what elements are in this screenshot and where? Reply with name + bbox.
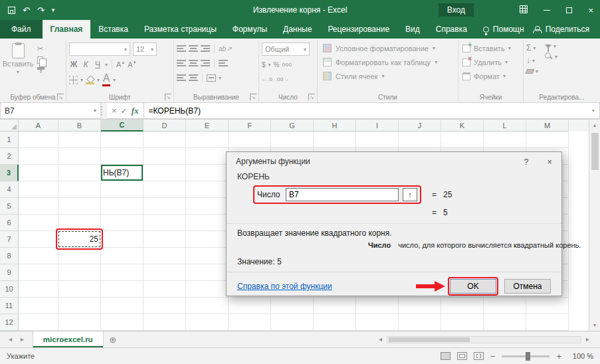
- cut-icon[interactable]: ✂: [37, 45, 45, 53]
- cell-B2[interactable]: [58, 148, 101, 165]
- cell-B11[interactable]: [58, 298, 101, 314]
- cell-B9[interactable]: [58, 264, 101, 281]
- tell-me-assistant[interactable]: Помощн: [475, 20, 532, 39]
- minimize-icon[interactable]: [544, 10, 550, 11]
- cell-C11[interactable]: [101, 298, 144, 314]
- cell-E8[interactable]: [186, 248, 229, 264]
- delete-cells-button[interactable]: Удалить ▾: [461, 55, 520, 69]
- formula-bar-splitter[interactable]: [101, 106, 107, 116]
- cell-B12[interactable]: [58, 314, 101, 331]
- cell-A9[interactable]: [19, 264, 58, 281]
- ok-button[interactable]: OK: [450, 279, 496, 294]
- add-sheet-icon[interactable]: ⊕: [104, 331, 122, 347]
- row-header-7[interactable]: 7: [0, 231, 19, 248]
- column-header-I[interactable]: I: [356, 120, 399, 132]
- enter-entry-icon[interactable]: ✓: [121, 106, 128, 116]
- cell-A1[interactable]: [19, 132, 58, 148]
- row-header-8[interactable]: 8: [0, 248, 19, 264]
- cell-B4[interactable]: [58, 181, 101, 198]
- qat-customize-icon[interactable]: ▾: [52, 7, 55, 13]
- collapse-dialog-button[interactable]: ↑: [403, 188, 417, 201]
- align-top-icon[interactable]: [177, 45, 186, 52]
- column-header-H[interactable]: H: [314, 120, 356, 132]
- merge-center-icon[interactable]: [207, 74, 216, 82]
- column-header-G[interactable]: G: [271, 120, 314, 132]
- align-center-icon[interactable]: [189, 60, 198, 67]
- tab-data[interactable]: Данные: [275, 20, 320, 39]
- align-left-icon[interactable]: [177, 60, 186, 67]
- clipboard-dialog-launcher-icon[interactable]: ↘: [57, 94, 64, 100]
- cell-C4[interactable]: [101, 181, 144, 198]
- scroll-down-icon[interactable]: ▼: [593, 319, 597, 331]
- hscroll-track[interactable]: [387, 336, 581, 343]
- cell-C9[interactable]: [101, 264, 144, 281]
- dialog-close-icon[interactable]: ×: [547, 157, 552, 167]
- borders-dropdown-icon[interactable]: ▾: [80, 77, 83, 83]
- clear-button[interactable]: ▾: [526, 68, 538, 74]
- cell-G11[interactable]: [271, 298, 314, 314]
- font-name-select[interactable]: ▾: [69, 43, 130, 56]
- column-header-A[interactable]: A: [19, 120, 58, 132]
- cell-L12[interactable]: [484, 314, 526, 331]
- cell-K11[interactable]: [441, 298, 484, 314]
- cell-E11[interactable]: [186, 298, 229, 314]
- vertical-scrollbar[interactable]: ▲ ▼: [589, 120, 600, 331]
- cell-F12[interactable]: [229, 314, 271, 331]
- cell-E9[interactable]: [186, 264, 229, 281]
- column-header-E[interactable]: E: [186, 120, 229, 132]
- tab-home[interactable]: Главная: [43, 20, 91, 39]
- cell-G1[interactable]: [271, 132, 314, 148]
- bold-button[interactable]: Ж: [69, 60, 78, 69]
- row-header-5[interactable]: 5: [0, 198, 19, 215]
- argument-input[interactable]: [286, 188, 399, 201]
- copy-icon[interactable]: [37, 56, 43, 64]
- sheet-prev-icon[interactable]: ◄: [7, 336, 13, 343]
- number-format-select[interactable]: Общий ▾: [262, 43, 310, 56]
- hscroll-right-icon[interactable]: ►: [585, 336, 591, 343]
- merge-dropdown-icon[interactable]: ▾: [219, 75, 221, 81]
- cell-M11[interactable]: [526, 298, 569, 314]
- cell-E3[interactable]: [186, 165, 229, 181]
- save-icon[interactable]: [8, 7, 15, 14]
- row-header-2[interactable]: 2: [0, 148, 19, 165]
- function-help-link[interactable]: Справка по этой функции: [237, 282, 332, 291]
- row-header-4[interactable]: 4: [0, 181, 19, 198]
- sheet-next-icon[interactable]: ►: [19, 336, 25, 343]
- row-header-11[interactable]: 11: [0, 298, 19, 314]
- cell-L11[interactable]: [484, 298, 526, 314]
- cell-C8[interactable]: [101, 248, 144, 264]
- page-layout-view-icon[interactable]: [457, 352, 467, 360]
- tab-formulas[interactable]: Формулы: [225, 20, 275, 39]
- cell-I12[interactable]: [356, 314, 399, 331]
- cell-D3[interactable]: [144, 165, 186, 181]
- cell-E1[interactable]: [186, 132, 229, 148]
- comma-style-icon[interactable]: 000: [282, 62, 292, 68]
- format-cells-button[interactable]: Формат ▾: [461, 69, 520, 83]
- share-button[interactable]: Поделиться: [533, 20, 600, 39]
- decrease-indent-icon[interactable]: [177, 74, 186, 82]
- cell-D9[interactable]: [144, 264, 186, 281]
- zoom-in-icon[interactable]: +: [556, 351, 561, 361]
- sort-filter-button[interactable]: ▾: [545, 43, 557, 49]
- column-header-M[interactable]: M: [526, 120, 569, 132]
- cell-A2[interactable]: [19, 148, 58, 165]
- vertical-scroll-thumb[interactable]: [591, 133, 599, 170]
- row-header-12[interactable]: 12: [0, 314, 19, 331]
- tab-view[interactable]: Вид: [397, 20, 428, 39]
- font-color-button[interactable]: А: [102, 73, 110, 86]
- formula-bar-expand-icon[interactable]: ▾: [592, 108, 595, 114]
- cell-B7[interactable]: 25: [58, 231, 101, 248]
- column-header-F[interactable]: F: [229, 120, 271, 132]
- dialog-help-icon[interactable]: ?: [524, 157, 528, 167]
- redo-icon[interactable]: ↷: [37, 6, 45, 15]
- cell-E4[interactable]: [186, 181, 229, 198]
- hscroll-thumb[interactable]: [389, 337, 470, 342]
- alignment-dialog-launcher-icon[interactable]: ↘: [250, 94, 256, 100]
- tab-page-layout[interactable]: Разметка страницы: [136, 20, 225, 39]
- cell-styles-button[interactable]: Стили ячеек ▾: [320, 69, 455, 83]
- cell-C3[interactable]: НЬ(B7): [101, 165, 144, 181]
- orientation-icon[interactable]: ab↗: [219, 45, 232, 52]
- cell-C6[interactable]: [101, 215, 144, 231]
- cell-D6[interactable]: [144, 215, 186, 231]
- font-size-select[interactable]: 12 ▾: [133, 43, 157, 56]
